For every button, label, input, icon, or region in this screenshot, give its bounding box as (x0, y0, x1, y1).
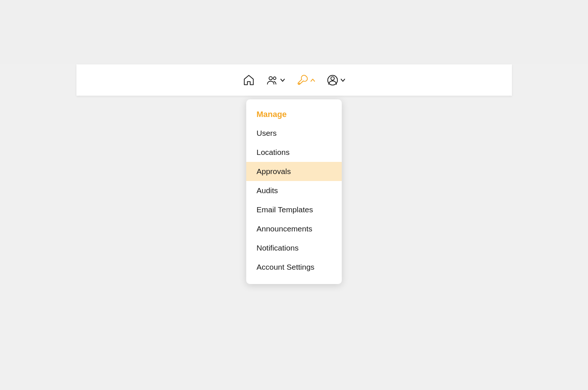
dropdown-item-audits[interactable]: Audits (246, 181, 342, 200)
home-icon (243, 74, 255, 86)
dropdown-item-locations[interactable]: Locations (246, 143, 342, 162)
dropdown-item-approvals[interactable]: Approvals (246, 162, 342, 181)
dropdown-item-email-templates[interactable]: Email Templates (246, 200, 342, 219)
svg-point-0 (269, 77, 272, 80)
profile-button[interactable] (323, 71, 349, 89)
wrench-icon (296, 74, 309, 86)
users-button[interactable] (262, 71, 289, 89)
svg-point-4 (331, 77, 334, 80)
profile-chevron-down-icon (340, 78, 345, 83)
svg-point-1 (273, 77, 276, 79)
dropdown-item-notifications[interactable]: Notifications (246, 238, 342, 258)
nav-icons (239, 71, 349, 89)
dropdown-item-users[interactable]: Users (246, 124, 342, 143)
profile-icon (326, 74, 339, 86)
users-chevron-down-icon (280, 78, 285, 83)
dropdown-item-announcements[interactable]: Announcements (246, 219, 342, 238)
svg-point-2 (299, 83, 300, 84)
dropdown-section-label: Manage (246, 107, 342, 124)
users-group-icon (266, 74, 279, 86)
below-nav-area: Manage Users Locations Approvals Audits … (0, 96, 588, 390)
manage-chevron-up-icon (310, 78, 315, 83)
navbar (76, 64, 512, 96)
dropdown-item-account-settings[interactable]: Account Settings (246, 258, 342, 277)
manage-dropdown: Manage Users Locations Approvals Audits … (246, 99, 342, 284)
top-gray-area (0, 0, 588, 64)
manage-button[interactable] (293, 71, 319, 89)
home-button[interactable] (239, 71, 259, 89)
